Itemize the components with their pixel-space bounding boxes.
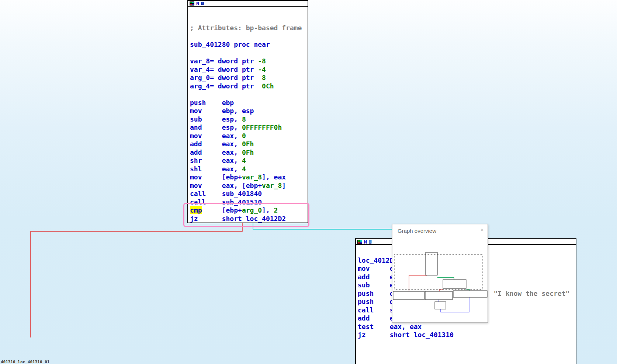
asm-line[interactable] [190, 32, 308, 41]
asm-line[interactable]: jz short loc_401310 [358, 331, 576, 339]
asm-line[interactable]: var_8= dword ptr -8 [190, 57, 308, 66]
minimap-edge [466, 289, 470, 291]
asm-line[interactable]: push ebp [190, 99, 308, 107]
asm-line[interactable]: shl eax, 4 [190, 165, 308, 174]
asm-line[interactable] [190, 7, 308, 16]
graph-overview-window[interactable]: Graph overview × [392, 224, 488, 323]
asm-line[interactable]: call sub_401510 [190, 198, 308, 207]
asm-line[interactable]: shr eax, 4 [190, 157, 308, 165]
asm-line[interactable]: sub_401280 proc near [190, 41, 308, 49]
false-branch-edge [31, 223, 242, 337]
asm-line[interactable]: arg_4= dword ptr 0Ch [190, 82, 308, 91]
node-color-icon[interactable] [357, 240, 362, 244]
asm-line[interactable]: call sub_401840 [190, 190, 308, 198]
minimap-node [393, 291, 424, 300]
node-layout-icon[interactable]: Ш [201, 1, 204, 6]
asm-line[interactable] [190, 90, 308, 99]
minimap-edge [409, 275, 427, 291]
node-color-icon[interactable] [190, 1, 194, 6]
node-name-icon[interactable]: N [196, 1, 199, 6]
asm-line[interactable]: ; Attributes: bp-based frame [190, 24, 308, 32]
node-name-icon[interactable]: N [364, 240, 367, 244]
asm-line[interactable]: mov [ebp+var_8], eax [190, 173, 308, 182]
overview-titlebar[interactable]: Graph overview × [392, 224, 488, 237]
asm-line[interactable]: cmp [ebp+arg_0], 2 [190, 206, 308, 215]
overview-minimap[interactable] [392, 224, 488, 322]
asm-line[interactable]: arg_0= dword ptr 8 [190, 74, 308, 82]
asm-line[interactable]: and esp, 0FFFFFFF0h [190, 123, 308, 132]
node-titlebar[interactable]: N Ш [188, 1, 308, 7]
minimap-edge [437, 277, 454, 280]
asm-line[interactable] [190, 49, 308, 57]
node-layout-icon[interactable]: Ш [369, 240, 372, 244]
minimap-node [443, 280, 466, 288]
asm-line[interactable]: mov eax, 0 [190, 132, 308, 140]
asm-line[interactable] [190, 16, 308, 24]
minimap-node [425, 291, 453, 300]
overview-title: Graph overview [398, 228, 436, 234]
asm-line[interactable]: test eax, eax [358, 323, 576, 331]
asm-line[interactable]: add eax, 0Fh [190, 140, 308, 148]
asm-line[interactable]: add eax, 0Fh [190, 148, 308, 157]
basic-block-sub_401280[interactable]: N Ш ; Attributes: bp-based frame sub_401… [187, 0, 308, 223]
minimap-node [435, 302, 446, 309]
asm-line[interactable]: sub esp, 8 [190, 115, 308, 124]
asm-line[interactable]: mov ebp, esp [190, 107, 308, 115]
clipped-text-fragment: 401310 loc_401310 01 [1, 360, 49, 364]
asm-code-block-1: ; Attributes: bp-based frame sub_401280 … [188, 7, 308, 223]
minimap-node [453, 291, 487, 297]
minimap-node [426, 252, 437, 275]
asm-line[interactable]: mov eax, [ebp+var_8] [190, 182, 308, 190]
close-icon[interactable]: × [479, 227, 485, 234]
asm-line[interactable]: var_4= dword ptr -4 [190, 66, 308, 74]
minimap-viewport[interactable] [394, 255, 483, 290]
ida-graph-view: N Ш ; Attributes: bp-based frame sub_401… [0, 0, 617, 364]
asm-line[interactable]: jz short loc_4012D2 [190, 215, 308, 223]
